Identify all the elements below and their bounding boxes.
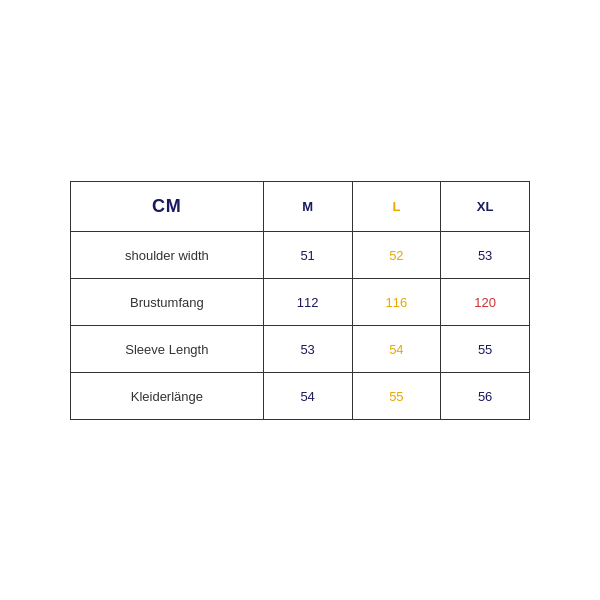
table-row: Kleiderlänge 54 55 56 xyxy=(71,372,530,419)
kleider-l: 55 xyxy=(352,372,441,419)
sleeve-m: 53 xyxy=(263,325,352,372)
brustumfang-label: Brustumfang xyxy=(130,295,204,310)
sleeve-m-val: 53 xyxy=(300,342,314,357)
kleider-xl: 56 xyxy=(441,372,530,419)
row-label-brustumfang: Brustumfang xyxy=(71,278,264,325)
brustumfang-m-val: 112 xyxy=(297,295,319,310)
header-col-xl: XL xyxy=(441,181,530,231)
shoulder-xl: 53 xyxy=(441,231,530,278)
kleider-m: 54 xyxy=(263,372,352,419)
kleider-label: Kleiderlänge xyxy=(131,389,203,404)
kleider-l-val: 55 xyxy=(389,389,403,404)
sleeve-xl: 55 xyxy=(441,325,530,372)
table-header-row: CM M L XL xyxy=(71,181,530,231)
shoulder-xl-val: 53 xyxy=(478,248,492,263)
shoulder-m-val: 51 xyxy=(300,248,314,263)
header-col-l: L xyxy=(352,181,441,231)
brustumfang-l-val: 116 xyxy=(386,295,408,310)
shoulder-label: shoulder width xyxy=(125,248,209,263)
row-label-kleider: Kleiderlänge xyxy=(71,372,264,419)
shoulder-l: 52 xyxy=(352,231,441,278)
table-row: shoulder width 51 52 53 xyxy=(71,231,530,278)
sleeve-l-val: 54 xyxy=(389,342,403,357)
size-table: CM M L XL shoulder width 51 xyxy=(70,181,530,420)
col-m-label: M xyxy=(302,199,313,214)
brustumfang-m: 112 xyxy=(263,278,352,325)
sleeve-l: 54 xyxy=(352,325,441,372)
brustumfang-xl: 120 xyxy=(441,278,530,325)
brustumfang-xl-val: 120 xyxy=(474,295,496,310)
shoulder-m: 51 xyxy=(263,231,352,278)
brustumfang-l: 116 xyxy=(352,278,441,325)
col-xl-label: XL xyxy=(477,199,494,214)
shoulder-l-val: 52 xyxy=(389,248,403,263)
kleider-m-val: 54 xyxy=(300,389,314,404)
unit-label: CM xyxy=(152,196,182,216)
row-label-shoulder: shoulder width xyxy=(71,231,264,278)
sleeve-label: Sleeve Length xyxy=(125,342,208,357)
header-col-m: M xyxy=(263,181,352,231)
table-row: Sleeve Length 53 54 55 xyxy=(71,325,530,372)
row-label-sleeve: Sleeve Length xyxy=(71,325,264,372)
kleider-xl-val: 56 xyxy=(478,389,492,404)
table-row: Brustumfang 112 116 120 xyxy=(71,278,530,325)
size-table-container: CM M L XL shoulder width 51 xyxy=(70,181,530,420)
sleeve-xl-val: 55 xyxy=(478,342,492,357)
col-l-label: L xyxy=(392,199,400,214)
header-unit: CM xyxy=(71,181,264,231)
